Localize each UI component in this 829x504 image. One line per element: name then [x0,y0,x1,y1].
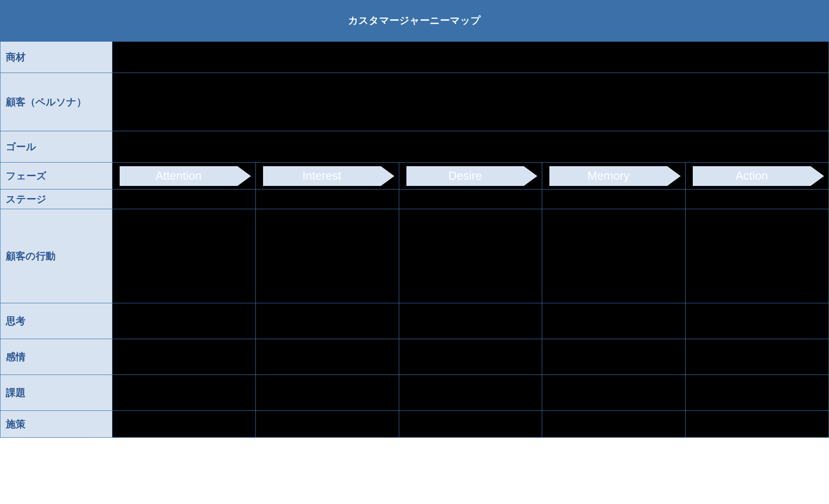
row-stage: ステージ [0,190,829,209]
label-think: 思考 [0,303,112,339]
row-issue: 課題 [0,375,829,411]
label-stage: ステージ [0,190,112,209]
cell-issue-2 [399,375,542,411]
phase-cell-4: Action [686,163,829,190]
map-title: カスタマージャーニーマップ [0,0,829,41]
row-measure: 施策 [0,411,829,438]
cell-measure-0 [112,411,256,438]
phase-arrow-label: Action [693,166,811,186]
cell-issue-4 [686,375,829,411]
cell-think-4 [686,303,829,339]
cell-emotion-4 [686,339,829,375]
row-goal: ゴール [0,131,829,163]
cell-measure-2 [399,411,542,438]
cell-emotion-0 [112,339,256,375]
cell-stage-3 [542,190,686,209]
chevron-right-icon [381,166,394,186]
label-shozai: 商材 [0,42,112,73]
cell-persona-content [112,73,829,131]
phase-arrow-label: Desire [406,166,524,186]
cell-think-3 [542,303,686,339]
cell-goal-content [112,131,829,163]
cell-stage-2 [399,190,542,209]
label-goal: ゴール [0,131,112,163]
phase-cell-2: Desire [399,163,542,190]
phase-arrow-label: Interest [263,166,381,186]
cell-think-1 [255,303,399,339]
cell-issue-0 [112,375,256,411]
cell-issue-3 [542,375,686,411]
phase-arrow-interest: Interest [259,166,396,186]
label-action: 顧客の行動 [0,209,112,303]
phase-arrow-memory: Memory [545,166,682,186]
row-phase: フェーズ Attention Interest Desire [0,163,829,190]
phase-cell-0: Attention [112,163,256,190]
chevron-right-icon [237,166,251,186]
chevron-right-icon [811,166,824,186]
row-emotion: 感情 [0,339,829,375]
cell-action-2 [399,209,542,303]
cell-stage-0 [112,190,256,209]
row-persona: 顧客（ペルソナ） [0,73,829,131]
label-issue: 課題 [0,375,112,411]
cell-action-1 [255,209,399,303]
journey-table: 商材 顧客（ペルソナ） ゴール フェーズ Attention Int [0,41,829,438]
cell-measure-3 [542,411,686,438]
cell-action-0 [112,209,256,303]
cell-emotion-2 [399,339,542,375]
label-measure: 施策 [0,411,112,438]
chevron-right-icon [667,166,681,186]
cell-think-2 [399,303,542,339]
row-shozai: 商材 [0,42,829,73]
cell-action-4 [686,209,829,303]
phase-cell-3: Memory [542,163,686,190]
row-action: 顧客の行動 [0,209,829,303]
cell-stage-4 [686,190,829,209]
cell-action-3 [542,209,686,303]
label-persona: 顧客（ペルソナ） [0,73,112,131]
customer-journey-map: カスタマージャーニーマップ 商材 顧客（ペルソナ） ゴール フェーズ Atten… [0,0,829,504]
phase-arrow-label: Memory [549,166,667,186]
cell-measure-1 [255,411,399,438]
label-emotion: 感情 [0,339,112,375]
cell-measure-4 [686,411,829,438]
label-phase: フェーズ [0,163,112,190]
phase-arrow-label: Attention [120,166,237,186]
row-think: 思考 [0,303,829,339]
cell-emotion-1 [255,339,399,375]
cell-emotion-3 [542,339,686,375]
chevron-right-icon [524,166,537,186]
cell-shozai-content [112,42,829,73]
phase-arrow-action: Action [688,166,826,186]
phase-arrow-attention: Attention [115,166,253,186]
cell-issue-1 [255,375,399,411]
cell-stage-1 [255,190,399,209]
cell-think-0 [112,303,256,339]
phase-cell-1: Interest [255,163,399,190]
phase-arrow-desire: Desire [402,166,540,186]
